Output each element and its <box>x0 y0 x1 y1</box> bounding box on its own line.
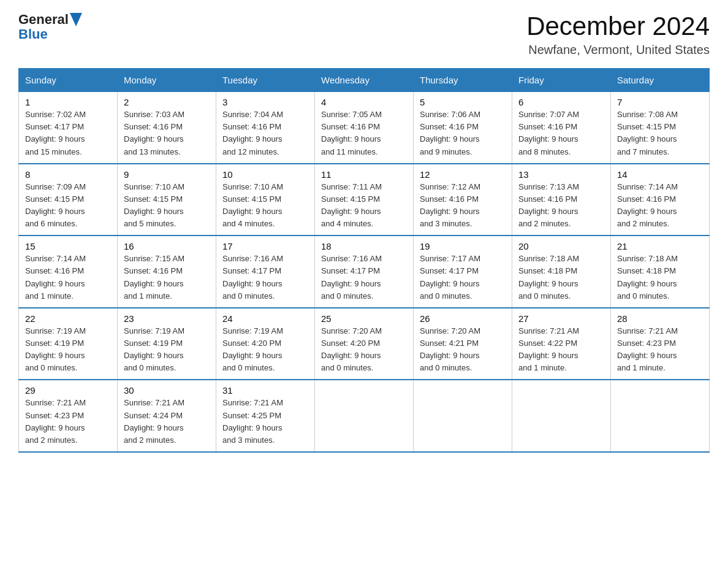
calendar-cell: 28Sunrise: 7:21 AM Sunset: 4:23 PM Dayli… <box>611 308 710 380</box>
day-info: Sunrise: 7:19 AM Sunset: 4:19 PM Dayligh… <box>25 325 111 375</box>
calendar-cell: 29Sunrise: 7:21 AM Sunset: 4:23 PM Dayli… <box>19 380 118 452</box>
calendar-week-row: 1Sunrise: 7:02 AM Sunset: 4:17 PM Daylig… <box>19 92 710 164</box>
calendar-cell: 15Sunrise: 7:14 AM Sunset: 4:16 PM Dayli… <box>19 236 118 308</box>
calendar-cell: 2Sunrise: 7:03 AM Sunset: 4:16 PM Daylig… <box>118 92 216 164</box>
calendar-cell: 5Sunrise: 7:06 AM Sunset: 4:16 PM Daylig… <box>414 92 512 164</box>
title-area: December 2024 Newfane, Vermont, United S… <box>526 12 710 57</box>
day-number: 1 <box>25 97 111 107</box>
day-info: Sunrise: 7:09 AM Sunset: 4:15 PM Dayligh… <box>25 181 111 231</box>
day-info: Sunrise: 7:21 AM Sunset: 4:22 PM Dayligh… <box>518 325 604 375</box>
day-number: 9 <box>124 169 210 180</box>
logo-general-text: General <box>18 12 69 27</box>
day-info: Sunrise: 7:21 AM Sunset: 4:23 PM Dayligh… <box>25 397 111 446</box>
calendar-header: SundayMondayTuesdayWednesdayThursdayFrid… <box>19 69 710 92</box>
calendar-week-row: 29Sunrise: 7:21 AM Sunset: 4:23 PM Dayli… <box>19 380 710 452</box>
calendar-cell: 17Sunrise: 7:16 AM Sunset: 4:17 PM Dayli… <box>216 236 315 308</box>
calendar-cell: 18Sunrise: 7:16 AM Sunset: 4:17 PM Dayli… <box>315 236 414 308</box>
day-number: 15 <box>25 241 111 251</box>
calendar-cell: 12Sunrise: 7:12 AM Sunset: 4:16 PM Dayli… <box>414 164 512 236</box>
calendar-cell: 21Sunrise: 7:18 AM Sunset: 4:18 PM Dayli… <box>611 236 710 308</box>
day-number: 17 <box>222 241 308 251</box>
day-number: 18 <box>321 241 407 251</box>
calendar-cell: 24Sunrise: 7:19 AM Sunset: 4:20 PM Dayli… <box>216 308 315 380</box>
page-subtitle: Newfane, Vermont, United States <box>526 43 710 57</box>
day-info: Sunrise: 7:12 AM Sunset: 4:16 PM Dayligh… <box>420 181 506 231</box>
calendar-cell: 8Sunrise: 7:09 AM Sunset: 4:15 PM Daylig… <box>19 164 118 236</box>
day-info: Sunrise: 7:07 AM Sunset: 4:16 PM Dayligh… <box>518 109 604 158</box>
page-title: December 2024 <box>526 12 710 40</box>
calendar-cell: 6Sunrise: 7:07 AM Sunset: 4:16 PM Daylig… <box>512 92 611 164</box>
day-info: Sunrise: 7:08 AM Sunset: 4:15 PM Dayligh… <box>617 109 703 158</box>
column-header-sunday: Sunday <box>19 69 118 92</box>
day-info: Sunrise: 7:21 AM Sunset: 4:25 PM Dayligh… <box>222 397 308 446</box>
day-info: Sunrise: 7:14 AM Sunset: 4:16 PM Dayligh… <box>25 253 111 302</box>
column-header-thursday: Thursday <box>414 69 512 92</box>
day-number: 10 <box>222 169 308 180</box>
day-info: Sunrise: 7:03 AM Sunset: 4:16 PM Dayligh… <box>124 109 210 158</box>
day-number: 23 <box>124 313 210 324</box>
calendar-cell: 9Sunrise: 7:10 AM Sunset: 4:15 PM Daylig… <box>118 164 216 236</box>
column-header-wednesday: Wednesday <box>315 69 414 92</box>
day-number: 28 <box>617 313 703 324</box>
day-number: 31 <box>222 385 308 396</box>
logo: General Blue <box>18 12 82 42</box>
column-header-tuesday: Tuesday <box>216 69 315 92</box>
day-info: Sunrise: 7:21 AM Sunset: 4:23 PM Dayligh… <box>617 325 703 375</box>
svg-marker-0 <box>70 13 82 26</box>
calendar-cell: 7Sunrise: 7:08 AM Sunset: 4:15 PM Daylig… <box>611 92 710 164</box>
day-number: 20 <box>518 241 604 251</box>
day-info: Sunrise: 7:17 AM Sunset: 4:17 PM Dayligh… <box>420 253 506 302</box>
day-number: 5 <box>420 97 506 107</box>
calendar-cell: 31Sunrise: 7:21 AM Sunset: 4:25 PM Dayli… <box>216 380 315 452</box>
day-number: 7 <box>617 97 703 107</box>
day-number: 12 <box>420 169 506 180</box>
day-number: 24 <box>222 313 308 324</box>
day-info: Sunrise: 7:10 AM Sunset: 4:15 PM Dayligh… <box>124 181 210 231</box>
day-number: 26 <box>420 313 506 324</box>
day-number: 3 <box>222 97 308 107</box>
day-info: Sunrise: 7:18 AM Sunset: 4:18 PM Dayligh… <box>617 253 703 302</box>
day-info: Sunrise: 7:16 AM Sunset: 4:17 PM Dayligh… <box>321 253 407 302</box>
day-info: Sunrise: 7:05 AM Sunset: 4:16 PM Dayligh… <box>321 109 407 158</box>
day-info: Sunrise: 7:10 AM Sunset: 4:15 PM Dayligh… <box>222 181 308 231</box>
calendar-cell <box>512 380 611 452</box>
calendar-cell: 19Sunrise: 7:17 AM Sunset: 4:17 PM Dayli… <box>414 236 512 308</box>
calendar-cell: 16Sunrise: 7:15 AM Sunset: 4:16 PM Dayli… <box>118 236 216 308</box>
calendar-week-row: 8Sunrise: 7:09 AM Sunset: 4:15 PM Daylig… <box>19 164 710 236</box>
calendar-week-row: 15Sunrise: 7:14 AM Sunset: 4:16 PM Dayli… <box>19 236 710 308</box>
logo-blue-text: Blue <box>18 26 48 42</box>
day-info: Sunrise: 7:19 AM Sunset: 4:20 PM Dayligh… <box>222 325 308 375</box>
day-number: 21 <box>617 241 703 251</box>
calendar-cell: 14Sunrise: 7:14 AM Sunset: 4:16 PM Dayli… <box>611 164 710 236</box>
day-info: Sunrise: 7:14 AM Sunset: 4:16 PM Dayligh… <box>617 181 703 231</box>
day-number: 16 <box>124 241 210 251</box>
calendar-week-row: 22Sunrise: 7:19 AM Sunset: 4:19 PM Dayli… <box>19 308 710 380</box>
day-number: 22 <box>25 313 111 324</box>
calendar-cell: 27Sunrise: 7:21 AM Sunset: 4:22 PM Dayli… <box>512 308 611 380</box>
day-info: Sunrise: 7:18 AM Sunset: 4:18 PM Dayligh… <box>518 253 604 302</box>
calendar-cell <box>414 380 512 452</box>
calendar-cell: 1Sunrise: 7:02 AM Sunset: 4:17 PM Daylig… <box>19 92 118 164</box>
calendar-cell: 30Sunrise: 7:21 AM Sunset: 4:24 PM Dayli… <box>118 380 216 452</box>
day-info: Sunrise: 7:04 AM Sunset: 4:16 PM Dayligh… <box>222 109 308 158</box>
calendar-cell: 3Sunrise: 7:04 AM Sunset: 4:16 PM Daylig… <box>216 92 315 164</box>
calendar-cell: 23Sunrise: 7:19 AM Sunset: 4:19 PM Dayli… <box>118 308 216 380</box>
calendar-cell: 4Sunrise: 7:05 AM Sunset: 4:16 PM Daylig… <box>315 92 414 164</box>
calendar-cell <box>315 380 414 452</box>
calendar-cell: 20Sunrise: 7:18 AM Sunset: 4:18 PM Dayli… <box>512 236 611 308</box>
day-info: Sunrise: 7:16 AM Sunset: 4:17 PM Dayligh… <box>222 253 308 302</box>
column-header-friday: Friday <box>512 69 611 92</box>
column-header-saturday: Saturday <box>611 69 710 92</box>
calendar-cell: 25Sunrise: 7:20 AM Sunset: 4:20 PM Dayli… <box>315 308 414 380</box>
calendar-cell: 26Sunrise: 7:20 AM Sunset: 4:21 PM Dayli… <box>414 308 512 380</box>
day-number: 14 <box>617 169 703 180</box>
day-number: 29 <box>25 385 111 396</box>
day-number: 2 <box>124 97 210 107</box>
header: General Blue December 2024 Newfane, Verm… <box>18 12 710 57</box>
day-info: Sunrise: 7:02 AM Sunset: 4:17 PM Dayligh… <box>25 109 111 158</box>
day-info: Sunrise: 7:15 AM Sunset: 4:16 PM Dayligh… <box>124 253 210 302</box>
day-info: Sunrise: 7:20 AM Sunset: 4:20 PM Dayligh… <box>321 325 407 375</box>
calendar-cell <box>611 380 710 452</box>
calendar-cell: 10Sunrise: 7:10 AM Sunset: 4:15 PM Dayli… <box>216 164 315 236</box>
day-number: 4 <box>321 97 407 107</box>
